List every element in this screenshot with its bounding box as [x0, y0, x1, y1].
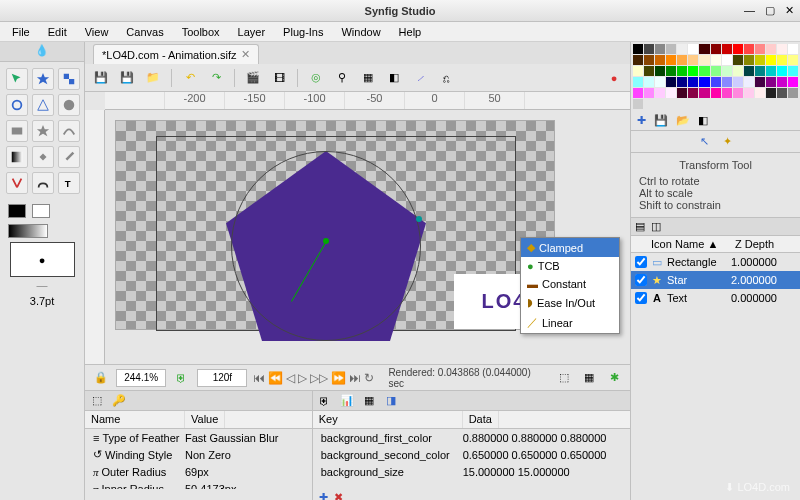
tab-ic3[interactable]: ▦: [361, 393, 377, 409]
palette-swatch[interactable]: [711, 55, 721, 65]
palette-swatch[interactable]: [788, 66, 798, 76]
palette-swatch[interactable]: [755, 44, 765, 54]
layer-row[interactable]: A Text0.000000: [631, 289, 800, 307]
palette-swatch[interactable]: [722, 88, 732, 98]
palette-swatch[interactable]: [777, 88, 787, 98]
zoom-field[interactable]: [116, 369, 166, 387]
maximize-button[interactable]: ▢: [765, 4, 775, 17]
palette-swatch[interactable]: [677, 66, 687, 76]
palette-swatch[interactable]: [644, 44, 654, 54]
interp-ease[interactable]: ◗Ease In/Out: [521, 293, 619, 312]
menu-help[interactable]: Help: [391, 24, 430, 40]
layer-h-z[interactable]: Z Depth: [731, 236, 778, 252]
kd-header-data[interactable]: Data: [463, 411, 499, 428]
scale-tool[interactable]: [58, 68, 80, 90]
palette-swatch[interactable]: [633, 44, 643, 54]
palette-swatch[interactable]: [722, 55, 732, 65]
prev-frame-icon[interactable]: ◁: [286, 371, 295, 385]
layer-visible-checkbox[interactable]: [635, 292, 647, 304]
goto-start-icon[interactable]: ⏮: [253, 371, 265, 385]
close-button[interactable]: ✕: [785, 4, 794, 17]
kd-header-key[interactable]: Key: [313, 411, 463, 428]
palette-swatch[interactable]: [755, 55, 765, 65]
param-row[interactable]: ↺Winding StyleNon Zero: [85, 446, 312, 463]
text-tool[interactable]: T: [58, 172, 80, 194]
palette-swatch[interactable]: [711, 77, 721, 87]
palette-swatch[interactable]: [766, 66, 776, 76]
palette-save-icon[interactable]: 💾: [654, 114, 668, 127]
mirror-tool[interactable]: [32, 94, 54, 116]
layer-row[interactable]: ▭ Rectangle1.000000: [631, 253, 800, 271]
remove-key-button[interactable]: ✖: [334, 491, 343, 500]
param-header-name[interactable]: Name: [85, 411, 185, 428]
circle-tool[interactable]: [58, 94, 80, 116]
record-icon[interactable]: ●: [604, 68, 624, 88]
toolbox-tab-icon[interactable]: 💧: [0, 42, 84, 61]
undo-icon[interactable]: ↶: [180, 68, 200, 88]
menu-window[interactable]: Window: [333, 24, 388, 40]
document-tab[interactable]: *LO4D.com - Animation.sifz ✕: [93, 44, 259, 64]
select-tool-icon[interactable]: ↖: [700, 135, 709, 148]
transform-tool[interactable]: [6, 68, 28, 90]
skeleton-icon[interactable]: ⎌: [436, 68, 456, 88]
next-key-icon[interactable]: ⏩: [331, 371, 346, 385]
outline-color-swatch[interactable]: [8, 204, 26, 218]
snap-icon[interactable]: ⚲: [332, 68, 352, 88]
palette-swatch[interactable]: [755, 88, 765, 98]
palette-swatch[interactable]: [666, 55, 676, 65]
cutout-tool[interactable]: [6, 172, 28, 194]
menu-view[interactable]: View: [77, 24, 117, 40]
grid-icon[interactable]: ▦: [358, 68, 378, 88]
layer-row[interactable]: ★ Star2.000000: [631, 271, 800, 289]
tab-ic1[interactable]: ⛨: [317, 393, 333, 409]
shield-icon[interactable]: ⛨: [172, 368, 191, 388]
palette-swatch[interactable]: [733, 66, 743, 76]
palette-swatch[interactable]: [777, 77, 787, 87]
palette-swatch[interactable]: [744, 44, 754, 54]
palette-default-icon[interactable]: ◧: [698, 114, 708, 127]
palette-swatch[interactable]: [688, 66, 698, 76]
palette-swatch[interactable]: [733, 88, 743, 98]
menu-canvas[interactable]: Canvas: [118, 24, 171, 40]
menu-file[interactable]: File: [4, 24, 38, 40]
palette-swatch[interactable]: [711, 66, 721, 76]
panel-tab-key-icon[interactable]: 🔑: [111, 393, 127, 409]
frame-field[interactable]: [197, 369, 247, 387]
param-row[interactable]: πInner Radius50.4173px: [85, 480, 312, 489]
palette-swatch[interactable]: [777, 44, 787, 54]
menu-layer[interactable]: Layer: [230, 24, 274, 40]
palette-swatch[interactable]: [699, 44, 709, 54]
palette-swatch[interactable]: [744, 88, 754, 98]
layer-visible-checkbox[interactable]: [635, 274, 647, 286]
palette-swatch[interactable]: [733, 55, 743, 65]
palette-swatch[interactable]: [666, 44, 676, 54]
minimize-button[interactable]: —: [744, 4, 755, 17]
canvas-tab-icon[interactable]: ◫: [651, 220, 661, 233]
palette-open-icon[interactable]: 📂: [676, 114, 690, 127]
palette-swatch[interactable]: [722, 77, 732, 87]
palette-swatch[interactable]: [766, 44, 776, 54]
eyedropper-tool[interactable]: [58, 146, 80, 168]
palette-swatch[interactable]: [766, 55, 776, 65]
palette-swatch[interactable]: [699, 55, 709, 65]
palette-swatch[interactable]: [677, 55, 687, 65]
save-all-icon[interactable]: 📁: [143, 68, 163, 88]
palette-swatch[interactable]: [688, 55, 698, 65]
interp-tcb[interactable]: ●TCB: [521, 257, 619, 275]
palette-swatch[interactable]: [699, 88, 709, 98]
layers-tab-icon[interactable]: ▤: [635, 220, 645, 233]
palette-swatch[interactable]: [666, 88, 676, 98]
param-row[interactable]: πOuter Radius69px: [85, 463, 312, 480]
palette-swatch[interactable]: [788, 77, 798, 87]
palette-swatch[interactable]: [777, 55, 787, 65]
preview-icon[interactable]: 🎞: [269, 68, 289, 88]
palette-swatch[interactable]: [677, 88, 687, 98]
vertex-handle[interactable]: [416, 216, 422, 222]
palette-swatch[interactable]: [655, 55, 665, 65]
interp-clamped[interactable]: ◆Clamped: [521, 238, 619, 257]
param-row[interactable]: ≡Type of FeatherFast Gaussian Blur: [85, 429, 312, 446]
rotate-tool[interactable]: [6, 94, 28, 116]
palette-swatch[interactable]: [755, 66, 765, 76]
kd-row[interactable]: background_first_color0.880000 0.880000 …: [313, 429, 630, 446]
palette-swatch[interactable]: [699, 66, 709, 76]
